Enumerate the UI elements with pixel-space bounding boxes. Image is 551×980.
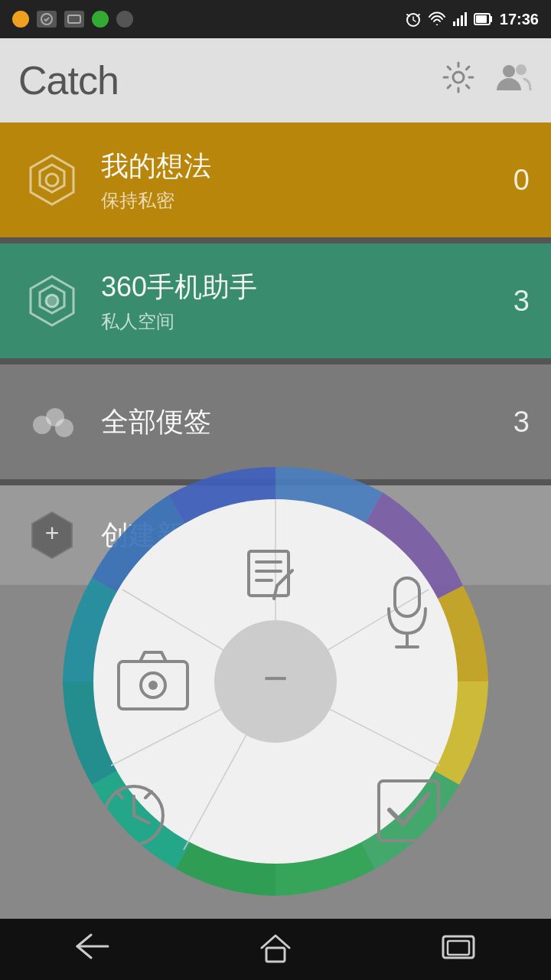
svg-rect-1 bbox=[68, 15, 80, 23]
svg-rect-8 bbox=[490, 16, 492, 22]
status-icon-1 bbox=[37, 11, 57, 28]
360-text: 360手机助手 私人空间 bbox=[101, 269, 514, 334]
svg-rect-3 bbox=[453, 21, 455, 26]
svg-rect-52 bbox=[266, 948, 285, 962]
status-icons-right: 17:36 bbox=[405, 11, 539, 28]
users-icon[interactable] bbox=[496, 61, 533, 100]
wifi-icon bbox=[428, 11, 446, 27]
recents-button[interactable] bbox=[434, 927, 483, 972]
all-notes-title: 全部便签 bbox=[101, 403, 514, 441]
list-item-360[interactable]: 360手机助手 私人空间 3 bbox=[0, 243, 551, 358]
divider-2 bbox=[0, 358, 551, 364]
360-icon bbox=[21, 270, 83, 332]
status-time: 17:36 bbox=[500, 11, 539, 28]
status-icon-2 bbox=[64, 11, 84, 28]
svg-rect-6 bbox=[465, 12, 467, 26]
svg-point-18 bbox=[46, 295, 58, 307]
svg-point-12 bbox=[516, 64, 527, 75]
all-notes-count: 3 bbox=[514, 406, 530, 439]
back-button[interactable] bbox=[68, 926, 117, 973]
svg-rect-9 bbox=[476, 15, 487, 23]
app-bar-icons bbox=[442, 61, 533, 100]
360-title: 360手机助手 bbox=[101, 269, 514, 306]
svg-marker-13 bbox=[31, 155, 73, 204]
my-ideas-icon bbox=[21, 149, 83, 211]
nav-bar bbox=[0, 919, 551, 980]
360-count: 3 bbox=[514, 285, 530, 318]
svg-rect-5 bbox=[461, 15, 463, 26]
svg-point-44 bbox=[148, 681, 158, 690]
list-item-my-ideas[interactable]: 我的想法 保持私密 0 bbox=[0, 122, 551, 237]
status-bar: 17:36 bbox=[0, 0, 551, 38]
svg-point-21 bbox=[55, 419, 73, 437]
360-subtitle: 私人空间 bbox=[101, 309, 514, 334]
home-button[interactable] bbox=[253, 925, 298, 974]
svg-point-10 bbox=[453, 72, 464, 83]
all-notes-icon bbox=[21, 391, 83, 452]
radial-menu-svg: − bbox=[31, 444, 520, 919]
svg-rect-4 bbox=[457, 18, 459, 26]
my-ideas-count: 0 bbox=[514, 164, 530, 197]
svg-rect-54 bbox=[448, 941, 469, 955]
status-dot-yellow bbox=[12, 11, 29, 28]
all-notes-text: 全部便签 bbox=[101, 403, 514, 441]
battery-icon bbox=[474, 12, 494, 26]
status-dot-robot bbox=[116, 11, 133, 28]
divider-1 bbox=[0, 237, 551, 243]
signal-icon bbox=[452, 11, 468, 27]
svg-text:−: − bbox=[263, 654, 289, 702]
status-dot-green bbox=[92, 11, 109, 28]
svg-point-15 bbox=[46, 174, 58, 186]
my-ideas-title: 我的想法 bbox=[101, 148, 514, 185]
my-ideas-text: 我的想法 保持私密 bbox=[101, 148, 514, 213]
svg-point-11 bbox=[503, 65, 515, 77]
my-ideas-subtitle: 保持私密 bbox=[101, 188, 514, 213]
app-title: Catch bbox=[18, 57, 119, 103]
radial-menu-container: − bbox=[31, 444, 520, 919]
app-bar: Catch bbox=[0, 38, 551, 122]
status-icons-left bbox=[12, 11, 133, 28]
alarm-icon bbox=[405, 11, 422, 28]
svg-marker-14 bbox=[40, 165, 64, 192]
settings-icon[interactable] bbox=[442, 61, 474, 100]
